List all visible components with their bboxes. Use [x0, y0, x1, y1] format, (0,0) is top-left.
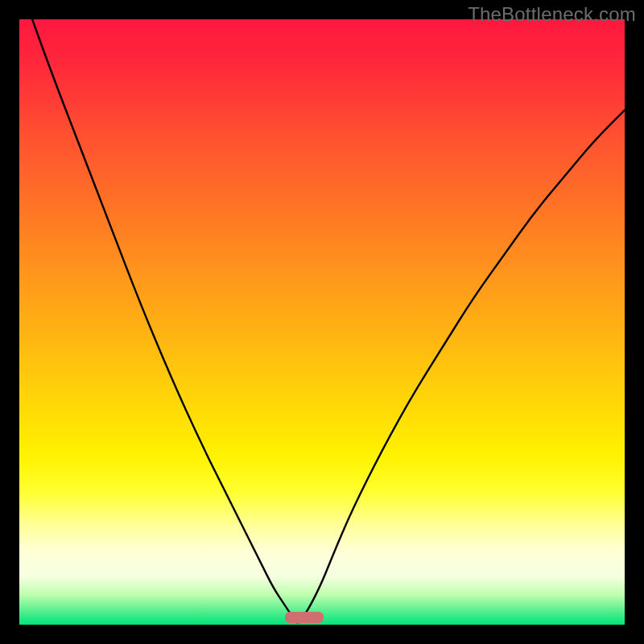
gradient-background — [19, 19, 625, 625]
optimal-marker — [285, 612, 324, 623]
plot-area — [19, 19, 625, 625]
plot-svg — [19, 19, 625, 625]
watermark-text: TheBottleneck.com — [468, 3, 636, 26]
chart-frame: TheBottleneck.com — [0, 0, 644, 644]
